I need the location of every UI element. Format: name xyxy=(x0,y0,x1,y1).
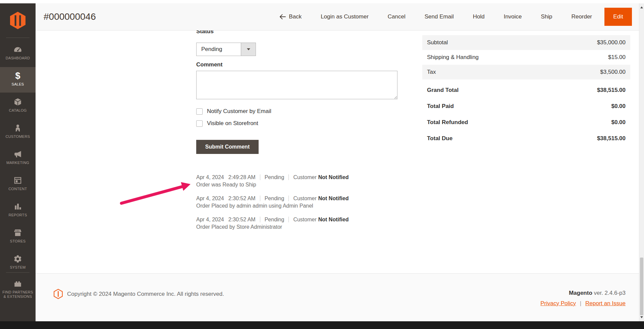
ship-button[interactable]: Ship xyxy=(541,13,552,20)
magento-logo[interactable] xyxy=(0,8,36,33)
separator xyxy=(260,217,260,222)
history-status: Pending xyxy=(265,196,284,202)
privacy-policy-link[interactable]: Privacy Policy xyxy=(540,300,576,307)
status-select-button[interactable] xyxy=(241,43,256,56)
history-notified: Not Notified xyxy=(318,196,349,202)
back-button[interactable]: Back xyxy=(279,13,302,20)
link-separator: | xyxy=(580,300,581,307)
sidebar-divider xyxy=(6,272,30,273)
sidebar-item-dashboard[interactable]: DASHBOARD xyxy=(0,41,36,66)
sidebar-item-reports[interactable]: REPORTS xyxy=(0,198,36,223)
submit-comment-button[interactable]: Submit Comment xyxy=(196,140,259,154)
sidebar-item-label: SYSTEM xyxy=(10,265,25,270)
sidebar-item-find-partners[interactable]: FIND PARTNERS & EXTENSIONS xyxy=(0,275,36,305)
history-notified: Not Notified xyxy=(318,174,349,180)
sidebar-divider xyxy=(6,38,30,38)
sidebar-item-system[interactable]: SYSTEM xyxy=(0,250,36,276)
separator xyxy=(260,196,260,201)
comment-textarea[interactable] xyxy=(196,71,397,99)
history-customer: Customer xyxy=(293,196,316,202)
sidebar-item-label: REPORTS xyxy=(8,213,27,217)
history-status: Pending xyxy=(265,217,284,223)
sidebar-item-content[interactable]: CONTENT xyxy=(0,172,36,197)
bottom-bar xyxy=(0,321,644,329)
dollar-icon: $ xyxy=(15,71,20,80)
separator xyxy=(288,174,289,180)
sidebar-item-customers[interactable]: CUSTOMERS xyxy=(0,119,36,145)
total-value: $0.00 xyxy=(611,119,626,126)
total-label: Grand Total xyxy=(427,87,459,94)
status-select[interactable]: Pending xyxy=(196,43,256,56)
total-label: Tax xyxy=(427,69,436,75)
scroll-down-icon[interactable] xyxy=(640,316,643,318)
sidebar-item-sales[interactable]: $ SALES xyxy=(0,67,36,93)
invoice-button[interactable]: Invoice xyxy=(504,13,522,20)
scrollbar-thumb[interactable] xyxy=(640,258,643,315)
gauge-icon xyxy=(13,45,22,54)
history-time: 2:30:52 AM xyxy=(228,217,256,223)
gear-icon xyxy=(13,254,22,264)
magento-admin-order-page: DASHBOARD $ SALES CATALOG CUSTOMERS MARK… xyxy=(0,0,644,329)
history-time: 2:30:52 AM xyxy=(228,196,256,202)
history-entry: Apr 4, 2024 2:30:52 AM Pending Customer … xyxy=(196,195,431,209)
history-message: Order Placed by Store Administrator xyxy=(196,224,431,230)
history-date: Apr 4, 2024 xyxy=(196,174,224,180)
separator xyxy=(288,196,289,201)
history-message: Order Placed by admin admin using Admin … xyxy=(196,203,431,209)
total-row-grand-total: Grand Total $38,515.00 xyxy=(422,82,630,98)
history-notified: Not Notified xyxy=(318,217,349,223)
status-select-value: Pending xyxy=(197,43,241,56)
notify-customer-label: Notify Customer by Email xyxy=(207,108,271,115)
person-icon xyxy=(13,123,22,133)
sidebar-item-marketing[interactable]: MARKETING xyxy=(0,146,36,171)
visible-storefront-checkbox-row[interactable]: Visible on Storefront xyxy=(196,120,258,127)
back-arrow-icon xyxy=(279,14,286,20)
chevron-down-icon xyxy=(247,48,250,50)
notify-customer-checkbox[interactable] xyxy=(196,108,203,115)
notify-customer-checkbox-row[interactable]: Notify Customer by Email xyxy=(196,108,271,115)
history-time: 2:49:28 AM xyxy=(228,174,256,180)
extensions-icon xyxy=(13,279,22,288)
order-content: Status Pending Comment Notify Customer b… xyxy=(36,31,639,273)
bar-chart-icon xyxy=(13,202,22,211)
sidebar-item-stores[interactable]: STORES xyxy=(0,224,36,250)
back-label: Back xyxy=(289,13,302,20)
total-label: Total Due xyxy=(427,135,452,142)
page-header: #000000046 Back Login as Customer Cancel… xyxy=(36,3,639,31)
hold-button[interactable]: Hold xyxy=(473,13,485,20)
total-value: $15.00 xyxy=(608,54,626,61)
history-entry: Apr 4, 2024 2:30:52 AM Pending Customer … xyxy=(196,216,431,230)
footer-links: Privacy Policy | Report an Issue xyxy=(540,300,626,307)
total-label: Subtotal xyxy=(427,39,448,46)
login-as-customer-button[interactable]: Login as Customer xyxy=(321,13,369,20)
box-icon xyxy=(13,97,22,107)
send-email-button[interactable]: Send Email xyxy=(425,13,454,20)
total-row-tax: Tax $3,500.00 xyxy=(422,65,630,79)
layout-icon xyxy=(13,176,22,185)
copyright-text: Copyright © 2024 Magento Commerce Inc. A… xyxy=(67,291,224,297)
separator xyxy=(260,174,260,180)
sidebar-item-catalog[interactable]: CATALOG xyxy=(0,93,36,119)
visible-storefront-checkbox[interactable] xyxy=(196,120,203,127)
version-text: Magento ver. 2.4.6-p3 xyxy=(569,290,626,296)
history-status: Pending xyxy=(265,174,284,180)
scroll-up-icon[interactable] xyxy=(640,6,643,8)
history-customer: Customer xyxy=(293,174,316,180)
edit-button[interactable]: Edit xyxy=(604,8,632,26)
megaphone-icon xyxy=(13,150,22,159)
sidebar-item-label: CONTENT xyxy=(8,187,27,191)
reorder-button[interactable]: Reorder xyxy=(572,13,592,20)
page-footer: Copyright © 2024 Magento Commerce Inc. A… xyxy=(36,273,639,321)
scrollbar[interactable] xyxy=(639,3,644,321)
brand-name: Magento xyxy=(569,290,592,296)
total-row-total-due: Total Due $38,515.00 xyxy=(422,130,630,147)
total-row-shipping: Shipping & Handling $15.00 xyxy=(422,50,630,65)
sidebar-item-label: SALES xyxy=(12,82,24,87)
total-row-total-paid: Total Paid $0.00 xyxy=(422,98,630,114)
order-history-list: Apr 4, 2024 2:49:28 AM Pending Customer … xyxy=(196,174,431,237)
visible-storefront-label: Visible on Storefront xyxy=(207,120,258,127)
report-issue-link[interactable]: Report an Issue xyxy=(585,300,626,307)
total-value: $38,515.00 xyxy=(597,135,626,142)
annotation-arrow xyxy=(118,181,195,208)
cancel-button[interactable]: Cancel xyxy=(388,13,406,20)
